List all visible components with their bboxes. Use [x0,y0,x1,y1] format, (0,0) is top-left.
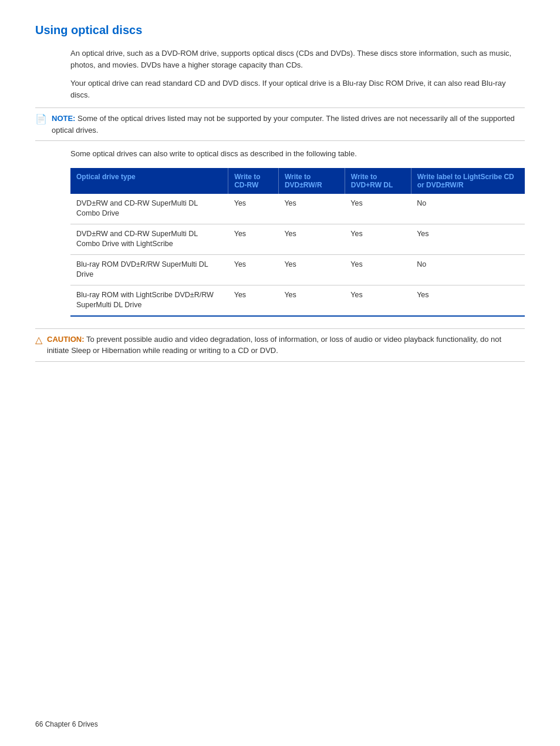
page-footer: 66 Chapter 6 Drives [35,720,98,728]
cell-write-label: Yes [411,285,525,316]
table-header-row: Optical drive type Write to CD-RW Write … [70,168,525,194]
col-header-drive-type: Optical drive type [70,168,228,194]
table-row: Blu-ray ROM DVD±R/RW SuperMulti DL Drive… [70,254,525,285]
optical-drives-table: Optical drive type Write to CD-RW Write … [70,168,525,317]
cell-write-dvdrw: Yes [278,285,345,316]
table-row: Blu-ray ROM with LightScribe DVD±R/RW Su… [70,285,525,316]
note-content: Some of the optical drives listed may no… [52,114,515,135]
caution-label: CAUTION: [47,335,85,344]
col-header-write-dvdrw: Write to DVD±RW/R [278,168,345,194]
cell-drive-type: DVD±RW and CD-RW SuperMulti DL Combo Dri… [70,194,228,224]
intro-table-text: Some optical drives can also write to op… [70,148,525,160]
col-header-write-dvd-dl: Write to DVD+RW DL [345,168,411,194]
cell-write-label: Yes [411,224,525,254]
caution-block: △ CAUTION: To prevent possible audio and… [35,328,525,362]
paragraph-2: Your optical drive can read standard CD … [70,78,525,100]
caution-text: CAUTION: To prevent possible audio and v… [47,334,525,357]
cell-write-cdrw: Yes [228,285,279,316]
page-title: Using optical discs [35,23,525,37]
cell-write-label: No [411,254,525,285]
cell-write-dvd-dl: Yes [345,254,411,285]
note-text: NOTE: Some of the optical drives listed … [52,113,525,136]
col-header-write-label: Write label to LightScribe CD or DVD±RW/… [411,168,525,194]
cell-drive-type: DVD±RW and CD-RW SuperMulti DL Combo Dri… [70,224,228,254]
cell-write-dvdrw: Yes [278,224,345,254]
cell-write-dvd-dl: Yes [345,194,411,224]
cell-write-dvd-dl: Yes [345,224,411,254]
col-header-write-cdrw: Write to CD-RW [228,168,279,194]
table-row: DVD±RW and CD-RW SuperMulti DL Combo Dri… [70,224,525,254]
cell-write-dvdrw: Yes [278,254,345,285]
note-label: NOTE: [52,114,75,123]
table-row: DVD±RW and CD-RW SuperMulti DL Combo Dri… [70,194,525,224]
caution-icon: △ [35,334,42,345]
cell-write-cdrw: Yes [228,194,279,224]
cell-drive-type: Blu-ray ROM DVD±R/RW SuperMulti DL Drive [70,254,228,285]
note-block: 📄 NOTE: Some of the optical drives liste… [35,107,525,141]
cell-write-dvd-dl: Yes [345,285,411,316]
note-icon: 📄 [35,113,47,125]
cell-write-cdrw: Yes [228,254,279,285]
cell-drive-type: Blu-ray ROM with LightScribe DVD±R/RW Su… [70,285,228,316]
cell-write-label: No [411,194,525,224]
caution-content: To prevent possible audio and video degr… [47,335,501,355]
cell-write-cdrw: Yes [228,224,279,254]
cell-write-dvdrw: Yes [278,194,345,224]
paragraph-1: An optical drive, such as a DVD-ROM driv… [70,48,525,70]
